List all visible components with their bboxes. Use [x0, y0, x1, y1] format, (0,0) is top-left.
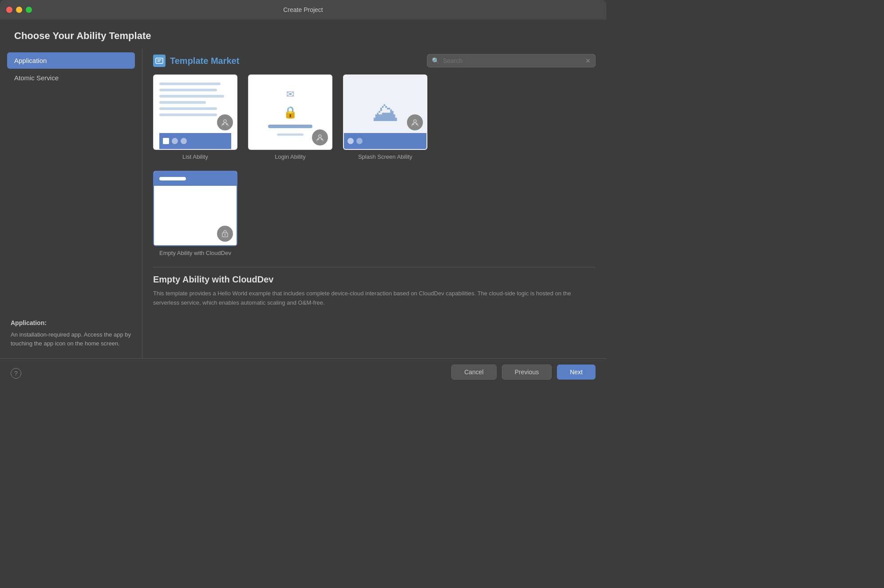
header-section: Choose Your Ability Template — [0, 20, 606, 49]
main-layout: Application Atomic Service Application: … — [0, 49, 606, 358]
login-lock-icon: 🔒 — [283, 106, 297, 119]
template-card-login-ability[interactable]: ✉ 🔒 — [248, 74, 332, 160]
sidebar-description: Application: An installation-required ap… — [7, 311, 135, 355]
selected-desc-title: Empty Ability with CloudDev — [153, 274, 596, 285]
svg-point-7 — [414, 120, 416, 122]
svg-point-9 — [412, 123, 414, 125]
svg-point-3 — [222, 123, 224, 125]
splash-preview: ⛰ — [344, 75, 426, 149]
clouddev-avatar-badge — [217, 226, 233, 242]
templates-grid: List Ability ✉ 🔒 — [153, 74, 596, 358]
template-preview-list-ability — [153, 74, 237, 150]
window: Create Project Choose Your Ability Templ… — [0, 0, 606, 385]
sidebar-item-atomic-service[interactable]: Atomic Service — [7, 70, 135, 86]
description-text: An installation-required app. Access the… — [11, 330, 131, 348]
search-clear-icon[interactable]: ✕ — [585, 57, 591, 64]
svg-rect-0 — [156, 58, 163, 63]
content-header: Template Market 🔍 ✕ — [153, 49, 596, 74]
template-card-list-ability[interactable]: List Ability — [153, 74, 237, 160]
login-avatar-badge — [312, 129, 328, 145]
maximize-button[interactable] — [26, 7, 32, 13]
template-preview-empty-clouddev — [153, 171, 237, 246]
template-label-list-ability: List Ability — [182, 153, 208, 160]
list-avatar-badge — [217, 114, 233, 130]
title-bar: Create Project — [0, 0, 606, 20]
list-preview — [154, 75, 237, 149]
window-title: Create Project — [283, 6, 323, 13]
splash-bottom-bar — [344, 133, 426, 149]
market-title: Template Market — [153, 55, 239, 67]
footer: ? Cancel Previous Next — [0, 358, 606, 385]
templates-row-2: Empty Ability with CloudDev — [153, 171, 596, 256]
login-email-icon: ✉ — [286, 89, 294, 100]
template-label-empty-clouddev: Empty Ability with CloudDev — [159, 250, 231, 256]
template-preview-login-ability: ✉ 🔒 — [248, 74, 332, 150]
splash-mountain-icon: ⛰ — [372, 99, 399, 125]
svg-point-11 — [225, 234, 226, 235]
svg-point-6 — [317, 138, 319, 140]
sidebar: Application Atomic Service Application: … — [0, 49, 142, 358]
content-area: Template Market 🔍 ✕ — [142, 49, 606, 358]
next-button[interactable]: Next — [557, 365, 596, 380]
template-card-splash-screen[interactable]: ⛰ — [343, 74, 427, 160]
help-icon[interactable]: ? — [11, 368, 21, 379]
page-title: Choose Your Ability Template — [14, 30, 151, 41]
template-card-empty-clouddev[interactable]: Empty Ability with CloudDev — [153, 171, 237, 256]
template-label-login-ability: Login Ability — [275, 153, 305, 160]
login-small-bar — [277, 133, 304, 136]
close-button[interactable] — [6, 7, 12, 13]
selected-desc-text: This template provides a Hello World exa… — [153, 289, 596, 308]
selected-description: Empty Ability with CloudDev This templat… — [153, 267, 596, 311]
login-bar — [268, 125, 312, 128]
svg-point-2 — [226, 123, 228, 125]
market-icon — [153, 55, 166, 67]
traffic-lights — [6, 7, 32, 13]
template-preview-splash-screen: ⛰ — [343, 74, 427, 150]
svg-point-1 — [224, 120, 226, 122]
sidebar-item-application[interactable]: Application — [7, 52, 135, 69]
minimize-button[interactable] — [16, 7, 22, 13]
empty-top-bar — [154, 172, 237, 186]
templates-row-1: List Ability ✉ 🔒 — [153, 74, 596, 160]
search-box[interactable]: 🔍 ✕ — [427, 54, 596, 67]
empty-top-bar-title — [159, 177, 186, 180]
previous-button[interactable]: Previous — [502, 365, 552, 380]
svg-point-8 — [416, 123, 418, 125]
template-label-splash-screen: Splash Screen Ability — [358, 153, 412, 160]
description-title: Application: — [11, 318, 131, 328]
svg-point-5 — [321, 138, 323, 140]
splash-avatar-badge — [407, 114, 423, 130]
cancel-button[interactable]: Cancel — [451, 365, 497, 380]
search-icon: 🔍 — [432, 57, 439, 64]
svg-point-4 — [319, 135, 321, 137]
search-input[interactable] — [443, 57, 582, 64]
